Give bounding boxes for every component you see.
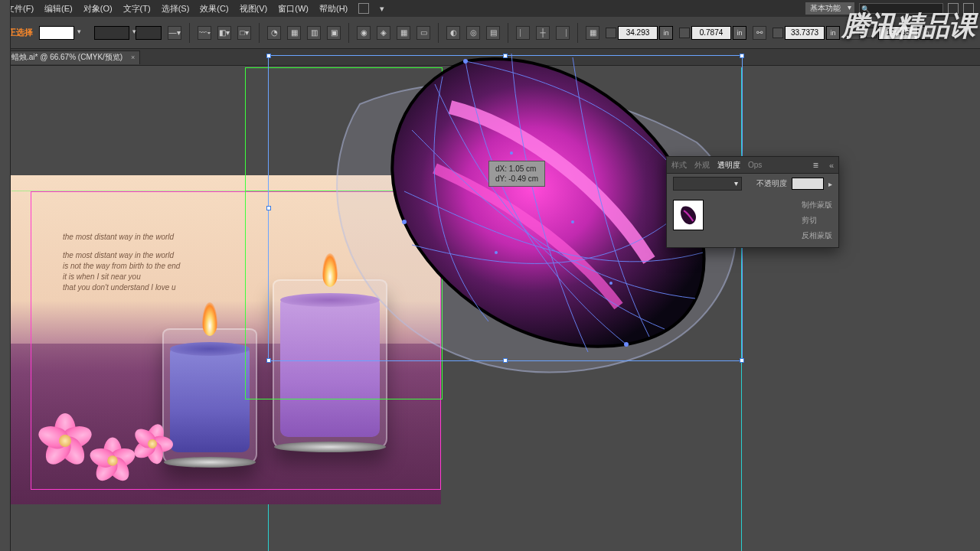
envelope-icon[interactable]: ◈ xyxy=(377,26,390,40)
arrange-docs-icon[interactable] xyxy=(358,3,369,14)
y-field[interactable]: in xyxy=(773,26,840,40)
menu-help[interactable]: 帮助(H) xyxy=(319,3,348,15)
close-icon[interactable]: × xyxy=(131,54,135,61)
object-thumbnail[interactable] xyxy=(673,200,704,230)
panel-collapse-icon[interactable]: « xyxy=(829,161,834,170)
tab-style[interactable]: 样式 xyxy=(671,160,687,171)
menu-bar: 文件(F) 编辑(E) 对象(O) 文字(T) 选择(S) 效果(C) 视图(V… xyxy=(0,0,980,17)
stroke-swatch[interactable] xyxy=(94,26,129,40)
h-align-c-icon[interactable]: ┼ xyxy=(536,26,550,40)
tab-appearance[interactable]: 外观 xyxy=(694,160,710,171)
document-tabs: 蜡烛.ai* @ 66.67% (CMYK/预览) × xyxy=(0,49,980,66)
workspace-switcher[interactable]: 基本功能 xyxy=(805,2,854,15)
constrain-icon[interactable]: ○ xyxy=(846,26,860,40)
opacity-dd-icon[interactable]: ▸ xyxy=(828,180,832,188)
brush-def-dd[interactable]: 〰▾ xyxy=(198,26,211,40)
recolor-icon[interactable]: ◔ xyxy=(267,26,281,40)
align-2-icon[interactable]: ▥ xyxy=(307,26,321,40)
transform-panel-icon[interactable]: ▦ xyxy=(586,26,599,40)
tab-transparency[interactable]: 透明度 xyxy=(717,160,740,171)
h-field[interactable]: in xyxy=(866,26,933,40)
warp-icon[interactable]: ◉ xyxy=(357,26,371,40)
h-align-l-icon[interactable]: ⎸ xyxy=(516,26,530,40)
window-min-icon[interactable] xyxy=(948,3,959,14)
window-max-icon[interactable] xyxy=(963,3,974,14)
svg-point-2 xyxy=(624,342,629,347)
artwork-background: the most distant way in the world the mo… xyxy=(11,175,441,504)
y-icon xyxy=(773,28,783,38)
align-1-icon[interactable]: ▦ xyxy=(287,26,301,40)
opacity-field[interactable] xyxy=(792,178,824,190)
poem-text: the most distant way in the world the mo… xyxy=(63,232,180,301)
panel-label-ops: Ops xyxy=(748,161,762,169)
menu-effect[interactable]: 效果(C) xyxy=(200,3,228,15)
x-field[interactable]: in xyxy=(606,26,673,40)
stroke-profile-dd[interactable]: —▾ xyxy=(168,26,181,40)
control-bar: 正选择 —▾ 〰▾ ◧▾ □▾ ◔ ▦ ▥ ▣ ◉ ◈ ▦ ▭ ◐ ◎ ▤ ⎸ … xyxy=(0,17,980,49)
clip-checkbox[interactable]: 剪切 xyxy=(802,215,832,226)
make-mask-button[interactable]: 制作蒙版 xyxy=(802,200,832,210)
artboard-guide-right xyxy=(741,67,742,551)
flower-2 xyxy=(90,438,136,484)
h-icon xyxy=(866,28,877,38)
candle-large xyxy=(273,279,387,449)
mesh-icon[interactable]: ▦ xyxy=(397,26,410,40)
selection-label: 正选择 xyxy=(8,27,33,38)
style-dd[interactable]: □▾ xyxy=(237,26,251,40)
link-wh-icon[interactable]: ⚯ xyxy=(753,26,766,40)
candle-small xyxy=(162,328,257,465)
menu-select[interactable]: 选择(S) xyxy=(162,3,190,15)
w-icon xyxy=(679,28,690,38)
svg-point-4 xyxy=(510,152,513,155)
blend-mode-dd[interactable] xyxy=(673,177,742,191)
search-input[interactable] xyxy=(859,3,943,14)
isolate-icon[interactable]: ◎ xyxy=(466,26,480,40)
flower-1 xyxy=(38,414,92,468)
transform-icon[interactable]: ▣ xyxy=(327,26,341,40)
menu-object[interactable]: 对象(O) xyxy=(83,3,113,15)
toolbar-dd-icon[interactable]: ▾ xyxy=(380,4,384,14)
invert-checkbox[interactable]: 反相蒙版 xyxy=(802,230,832,241)
edit-contents-icon[interactable]: ▤ xyxy=(486,26,500,40)
mask-icon[interactable]: ◐ xyxy=(446,26,460,40)
panel-menu-icon[interactable]: ≡ xyxy=(813,160,818,171)
smart-guide-label: dX: 1.05 cm dY: -0.49 cm xyxy=(488,161,545,187)
stroke-weight[interactable] xyxy=(136,26,162,40)
fill-swatch[interactable] xyxy=(39,26,74,40)
ruler-vertical[interactable] xyxy=(0,0,11,551)
reference-point-icon[interactable] xyxy=(606,28,616,38)
w-field[interactable]: in xyxy=(679,26,746,40)
h-align-r-icon[interactable]: ⎹ xyxy=(556,26,570,40)
menu-edit[interactable]: 编辑(E) xyxy=(44,3,73,15)
svg-point-6 xyxy=(495,251,498,254)
svg-point-7 xyxy=(609,282,612,285)
opacity-dd[interactable]: ◧▾ xyxy=(217,26,231,40)
crop-icon[interactable]: ▭ xyxy=(416,26,430,40)
doc-tab-candle[interactable]: 蜡烛.ai* @ 66.67% (CMYK/预览) × xyxy=(5,51,140,64)
menu-type[interactable]: 文字(T) xyxy=(123,3,151,15)
svg-point-5 xyxy=(571,220,574,223)
transparency-panel[interactable]: 样式 外观 透明度 Ops ≡ « 不透明度 ▸ 制作蒙版 剪切 反相蒙版 xyxy=(666,156,839,248)
opacity-label: 不透明度 xyxy=(756,178,787,189)
menu-view[interactable]: 视图(V) xyxy=(240,3,268,15)
menu-window[interactable]: 窗口(W) xyxy=(278,3,309,15)
